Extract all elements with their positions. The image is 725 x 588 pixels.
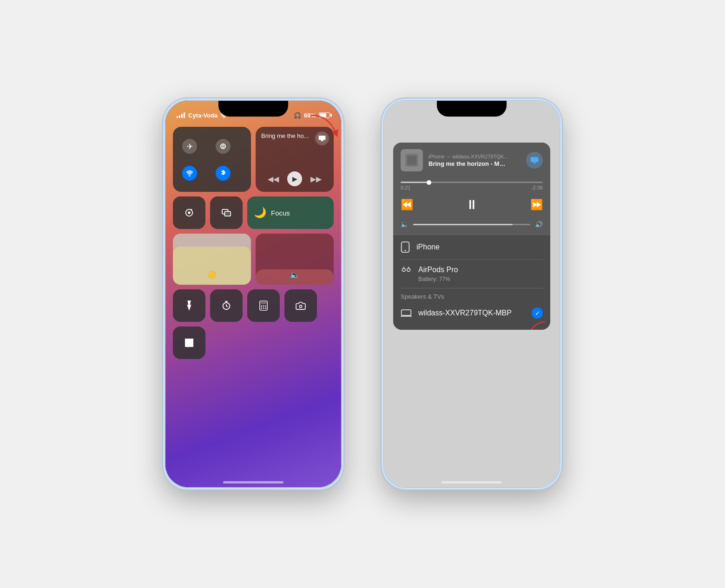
svg-point-23 <box>402 268 405 272</box>
svg-point-1 <box>221 144 225 149</box>
airpods-battery: Battery: 77% <box>418 276 543 282</box>
iphone-left: Cyta-Voda 🎧 69% <box>163 98 344 490</box>
rewind-button[interactable]: ⏪ <box>401 199 413 211</box>
screen-control-center: Cyta-Voda 🎧 69% <box>165 101 341 487</box>
svg-point-17 <box>299 305 302 307</box>
screen-mirror-tile[interactable] <box>210 196 243 229</box>
svg-point-16 <box>265 307 266 309</box>
volume-bar[interactable] <box>413 224 530 225</box>
pause-button[interactable]: ⏸ <box>465 197 478 212</box>
iphone-device-icon <box>401 242 410 253</box>
selected-checkmark: ✓ <box>532 307 543 319</box>
svg-point-12 <box>263 306 264 307</box>
volume-low-icon: 🔈 <box>401 221 409 228</box>
iphone-right: iPhone → wildass-XXVR279TQK... Bring me … <box>381 98 562 490</box>
airplay-popup: iPhone → wildass-XXVR279TQK... Bring me … <box>393 143 550 330</box>
bluetooth-tile[interactable] <box>212 159 245 186</box>
camera-tile[interactable] <box>284 289 317 322</box>
focus-tile[interactable]: 🌙 Focus <box>247 196 334 229</box>
wifi-tile[interactable] <box>178 159 212 186</box>
progress-bar[interactable] <box>401 182 543 183</box>
playback-controls: ⏪ ⏸ ⏩ <box>393 192 550 219</box>
carrier-name: Cyta-Voda <box>188 112 218 119</box>
timer-tile[interactable] <box>210 289 243 322</box>
progress-fill <box>401 182 429 183</box>
progress-section: 0:21 -2:36 <box>393 178 550 192</box>
track-name: Bring me the horizon - M… <box>428 160 521 167</box>
arrow-to-checkmark <box>518 320 550 330</box>
screen-mirror-icon <box>221 209 231 217</box>
route-label: iPhone → wildass-XXVR279TQK... <box>428 154 521 159</box>
calculator-icon <box>259 301 268 311</box>
album-art <box>401 149 423 171</box>
arrow-to-airplay <box>306 113 341 141</box>
music-controls: ◀◀ ▶ ▶▶ <box>261 171 328 186</box>
flashlight-tile[interactable] <box>173 289 205 322</box>
headphone-status: 🎧 <box>294 112 301 119</box>
svg-point-24 <box>407 268 410 272</box>
macbook-device-row[interactable]: wildass-XXVR279TQK-MBP ✓ <box>393 302 550 324</box>
track-info: iPhone → wildass-XXVR279TQK... Bring me … <box>428 154 521 167</box>
airpods-icon <box>401 265 412 274</box>
iphone-label: iPhone <box>416 243 440 251</box>
calculator-tile[interactable] <box>247 289 280 322</box>
record-icon: ● <box>185 339 193 347</box>
iphone-device-row[interactable]: iPhone <box>393 235 550 259</box>
home-indicator-left <box>223 481 283 483</box>
speakers-section-label: Speakers & TVs <box>393 288 550 302</box>
flashlight-icon <box>185 301 193 311</box>
svg-point-2 <box>189 175 191 176</box>
status-left: Cyta-Voda <box>177 112 228 119</box>
now-playing-row: iPhone → wildass-XXVR279TQK... Bring me … <box>393 143 550 178</box>
camera-icon <box>296 301 306 310</box>
cellular-tile[interactable] <box>212 132 245 159</box>
svg-rect-27 <box>402 310 411 315</box>
svg-point-22 <box>405 250 406 251</box>
svg-point-15 <box>263 307 264 309</box>
svg-rect-10 <box>261 302 267 304</box>
fast-forward-button[interactable]: ⏩ <box>530 199 543 211</box>
prev-track-icon[interactable]: ◀◀ <box>268 175 279 183</box>
volume-fill <box>413 224 513 225</box>
svg-point-5 <box>188 211 191 214</box>
home-indicator-right <box>442 481 502 483</box>
macbook-icon <box>401 309 412 317</box>
airplay-button-popup[interactable] <box>526 152 543 169</box>
timer-icon <box>221 301 231 311</box>
time-elapsed: 0:21 <box>401 185 410 190</box>
svg-rect-19 <box>407 156 416 165</box>
rotation-lock-tile[interactable] <box>173 196 205 229</box>
macbook-label: wildass-XXVR279TQK-MBP <box>418 309 525 317</box>
screen-airplay: iPhone → wildass-XXVR279TQK... Bring me … <box>384 101 560 487</box>
svg-point-0 <box>224 117 225 118</box>
connectivity-block[interactable]: ✈ <box>173 127 251 192</box>
airplane-mode-tile[interactable]: ✈ <box>178 132 212 159</box>
focus-label: Focus <box>271 209 290 217</box>
screen-record-tile[interactable]: ● <box>173 327 205 359</box>
control-center-grid: ✈ <box>165 123 341 359</box>
next-track-icon[interactable]: ▶▶ <box>310 175 322 183</box>
airpods-label: AirPods Pro <box>418 266 458 274</box>
volume-high-icon: 🔊 <box>535 221 543 228</box>
svg-rect-7 <box>224 211 231 216</box>
airpods-device-row[interactable]: AirPods Pro Battery: 77% <box>393 260 550 288</box>
focus-moon-icon: 🌙 <box>254 207 266 219</box>
music-tile[interactable]: Bring me the ho... ◀◀ ▶ ▶▶ <box>256 127 334 192</box>
time-labels: 0:21 -2:36 <box>401 185 543 190</box>
volume-slider[interactable]: 🔈 <box>256 234 334 285</box>
play-pause-icon[interactable]: ▶ <box>287 171 302 186</box>
svg-point-14 <box>261 307 262 309</box>
progress-dot <box>427 180 431 185</box>
signal-bars <box>177 112 185 118</box>
time-remaining: -2:36 <box>531 185 543 190</box>
svg-point-11 <box>261 306 262 307</box>
brightness-slider[interactable]: ☀️ <box>173 234 251 285</box>
airplay-icon-popup <box>530 156 539 164</box>
notch-right <box>437 101 507 117</box>
volume-row: 🔈 🔊 <box>393 219 550 235</box>
rotation-lock-icon <box>184 208 194 218</box>
notch-left <box>218 101 288 117</box>
svg-point-13 <box>265 306 266 307</box>
